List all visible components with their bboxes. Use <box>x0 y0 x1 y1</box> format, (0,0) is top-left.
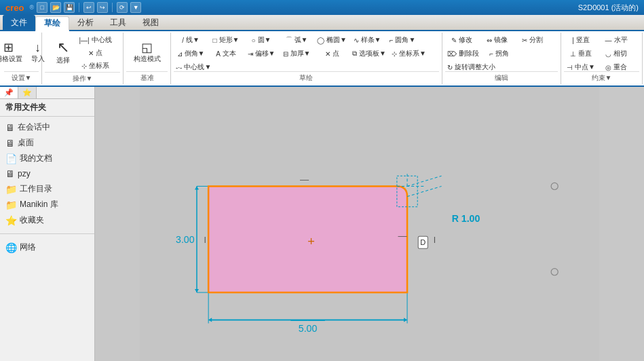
folder-item-desktop[interactable]: 🖥 桌面 <box>0 135 94 151</box>
dim-height-label: 3.00 <box>176 234 195 245</box>
rect-button[interactable]: □矩形▼ <box>209 34 243 46</box>
coordsys-icon: ⊹ <box>81 62 87 70</box>
construction-icon: ◱ <box>141 41 153 54</box>
constraint-right: — <box>398 231 407 241</box>
workdir-icon: 📁 <box>5 184 17 195</box>
thicken-button[interactable]: ⊟加厚▼ <box>280 48 314 60</box>
cs-button[interactable]: ⊹坐标系▼ <box>390 48 428 60</box>
divide-button[interactable]: ✂分割 <box>516 34 550 46</box>
horizontal-button[interactable]: —水平 <box>599 34 633 46</box>
group-label-sketch: 草绘 <box>174 71 439 83</box>
save-button[interactable]: 💾 <box>64 2 75 13</box>
mirror-icon: ⇔ <box>487 37 492 44</box>
point-button[interactable]: ✕ 点 <box>77 47 113 59</box>
constraint-right-l: l <box>434 235 436 245</box>
folder-tab-pinned[interactable]: 📌 <box>0 87 18 98</box>
select-button[interactable]: ↖ 选择 <box>51 34 75 71</box>
import-icon: ↓ <box>35 41 41 54</box>
gridsetup-button[interactable]: ⊞ 栅格设置 <box>0 34 24 71</box>
rotscale-button[interactable]: ↻旋转调整大小 <box>445 61 497 71</box>
fillet-button[interactable]: ⌐圆角▼ <box>385 34 419 46</box>
redo-button[interactable]: ↪ <box>97 2 108 13</box>
folder-bottom-list: 🌐 网络 <box>0 237 94 258</box>
folder-item-workdir[interactable]: 📁 工作目录 <box>0 181 94 197</box>
circle-button[interactable]: ○圆▼ <box>244 34 278 46</box>
corner-button[interactable]: ⌐拐角 <box>482 48 516 60</box>
centerline-button[interactable]: |—| 中心线 <box>77 34 113 46</box>
folder-item-manikin[interactable]: 📁 Manikin 库 <box>0 197 94 212</box>
center-plus: + <box>307 235 315 248</box>
pzy-icon: 🖥 <box>5 168 15 179</box>
midpoint-button[interactable]: ⊣中点▼ <box>564 61 598 71</box>
tangent-button[interactable]: ◡相切 <box>599 48 633 60</box>
thicken-icon: ⊟ <box>283 50 288 58</box>
folder-item-network[interactable]: 🌐 网络 <box>0 240 94 255</box>
drawing-canvas: 5.00 3.00 — — + <box>95 87 644 361</box>
vertical-button[interactable]: |竖直 <box>564 34 598 46</box>
cs-icon: ⊹ <box>392 50 397 58</box>
ribbon-group-constraints: |竖直 —水平 ⊥垂直 ◡相切 ⊣中点▼ ◎重合 约束▼ <box>561 33 643 84</box>
app-logo-mark: ® <box>29 4 34 11</box>
rotscale-icon: ↻ <box>447 64 453 71</box>
new-button[interactable]: □ <box>37 2 48 13</box>
ribbon-tabs: 文件 草绘 分析 工具 视图 <box>0 15 644 31</box>
more-button[interactable]: ▼ <box>130 2 141 13</box>
text-button[interactable]: A文本 <box>209 48 243 60</box>
dim-width-label: 5.00 <box>299 323 318 334</box>
main-area: 📌 ⭐ 常用文件夹 🖥 在会话中 🖥 桌面 📄 我的文档 🖥 pzy 📁 <box>0 87 644 361</box>
midpoint-icon: ⊣ <box>567 64 573 71</box>
delseg-button[interactable]: ⌦删除段 <box>445 48 481 60</box>
tab-analysis[interactable]: 分析 <box>69 15 102 30</box>
undo-button[interactable]: ↩ <box>83 2 94 13</box>
arc-button[interactable]: ⌒弧▼ <box>280 34 314 46</box>
cursor-icon: ↖ <box>57 40 69 55</box>
mirror-button[interactable]: ⇔镜像 <box>480 34 514 46</box>
regen-button[interactable]: ⟳ <box>117 2 128 13</box>
tab-tools[interactable]: 工具 <box>102 15 134 30</box>
folder-tab-starred[interactable]: ⭐ <box>18 87 37 98</box>
folder-tabs: 📌 ⭐ <box>0 87 94 99</box>
folder-item-pzy[interactable]: 🖥 pzy <box>0 166 94 181</box>
modify-button[interactable]: ✎修改 <box>445 34 479 46</box>
ribbon-group-datum: ◱ 构造模式 基准 <box>124 33 171 84</box>
construction-button[interactable]: ◱ 构造模式 <box>132 34 163 71</box>
folder-list: 🖥 在会话中 🖥 桌面 📄 我的文档 🖥 pzy 📁 工作目录 📁 Ma <box>0 117 94 231</box>
folder-divider <box>0 233 94 234</box>
tab-sketch[interactable]: 草绘 <box>35 16 69 31</box>
ribbon-group-edit: ✎修改 ⇔镜像 ✂分割 ⌦删除段 ⌐拐角 ↻旋转调整大小 编辑 <box>442 33 561 84</box>
tab-file[interactable]: 文件 <box>3 15 35 30</box>
folder-item-session[interactable]: 🖥 在会话中 <box>0 119 94 135</box>
open-button[interactable]: 📂 <box>50 2 61 13</box>
chamfer-button[interactable]: ⊿倒角▼ <box>174 48 208 60</box>
centerline-icon: |—| <box>79 37 89 44</box>
perpendicular-button[interactable]: ⊥垂直 <box>564 48 598 60</box>
small-button-group: |—| 中心线 ✕ 点 ⊹ 坐标系 <box>77 34 113 72</box>
pt-button[interactable]: ✕点 <box>315 48 349 60</box>
coincident-button[interactable]: ◎重合 <box>599 61 633 71</box>
text-icon: A <box>216 50 221 58</box>
cl-button2[interactable]: -·-中心线▼ <box>174 61 213 71</box>
line-button[interactable]: /线▼ <box>174 34 208 46</box>
coordsys-button[interactable]: ⊹ 坐标系 <box>77 60 113 72</box>
tab-view[interactable]: 视图 <box>134 15 167 30</box>
spline-button[interactable]: ∿样条▼ <box>350 34 384 46</box>
folder-item-favorites[interactable]: ⭐ 收藏夹 <box>0 212 94 228</box>
perpendicular-icon: ⊥ <box>570 50 576 58</box>
tangent-icon: ◡ <box>605 50 611 58</box>
offset-icon: ⇥ <box>248 50 253 58</box>
arc-icon: ⌒ <box>286 35 292 45</box>
grid-icon: ⊞ <box>3 41 14 54</box>
group-label-datum: 基准 <box>126 71 168 83</box>
canvas-area[interactable]: 5.00 3.00 — — + <box>95 87 644 361</box>
ellipse-button[interactable]: ◯椭圆▼ <box>315 34 349 46</box>
group-label-edit: 编辑 <box>445 71 558 83</box>
favorites-icon: ⭐ <box>5 215 17 226</box>
radius-label: R 1.00 <box>452 213 480 224</box>
folder-item-docs[interactable]: 📄 我的文档 <box>0 151 94 166</box>
point-icon: ✕ <box>88 50 94 57</box>
offset-button[interactable]: ⇥偏移▼ <box>244 48 278 60</box>
line-icon: / <box>182 37 184 44</box>
constraint-left-v: l <box>204 235 206 245</box>
coincident-icon: ◎ <box>605 64 611 71</box>
palette-button[interactable]: ⧉选项板▼ <box>350 48 388 60</box>
